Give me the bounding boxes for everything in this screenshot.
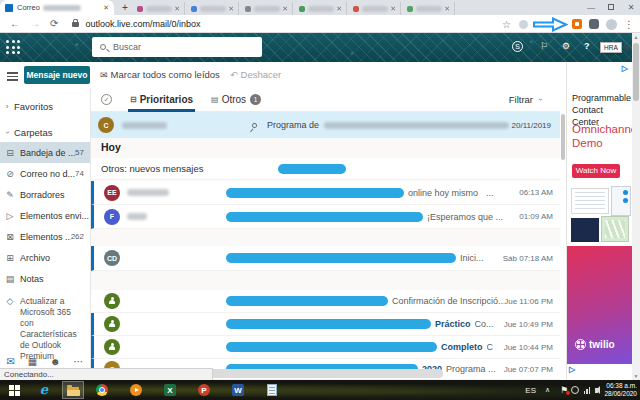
tray-app-icon[interactable]	[571, 380, 579, 400]
close-tab-icon[interactable]: ✕	[444, 5, 450, 13]
scroll-down-icon[interactable]: ▼	[632, 373, 640, 379]
start-button[interactable]	[8, 384, 20, 396]
mark-all-read-button[interactable]: ✉Marcar todos como leídos	[100, 69, 220, 80]
select-all-icon[interactable]: ✓	[101, 94, 112, 105]
close-tab-icon[interactable]: ✕	[103, 4, 109, 12]
tab-prioritarios[interactable]: ⊟ Prioritarios	[130, 88, 193, 112]
scrollbar-thumb[interactable]	[561, 114, 565, 160]
adchoices-icon[interactable]: ▷	[569, 365, 575, 374]
message-row[interactable]: EE online hoy mismo ... 06:13 AM	[91, 181, 561, 205]
whats-new-icon[interactable]: ⚐	[540, 41, 548, 51]
item-count: 262	[71, 232, 84, 241]
close-tab-icon[interactable]: ✕	[390, 5, 396, 13]
extensions-puzzle-icon[interactable]	[589, 19, 599, 29]
message-row[interactable]: F ¡Esperamos que ... 01:09 AM	[91, 205, 561, 229]
more-icon[interactable]: ⋯	[74, 356, 84, 367]
close-window-button[interactable]: ✕	[622, 0, 640, 15]
favorites-section[interactable]: › Favoritos	[0, 98, 90, 115]
sidebar-item-inbox[interactable]: ⊟ Bandeja de ... 57	[0, 142, 90, 163]
avatar: C	[98, 117, 114, 133]
new-message-button[interactable]: Mensaje nuevo	[24, 66, 90, 84]
twilio-gradient-block[interactable]: twilio	[567, 246, 633, 364]
annotation-arrow-icon	[532, 17, 568, 32]
help-icon[interactable]: ?	[584, 41, 590, 51]
folder-label: Correo no d...	[20, 169, 75, 179]
tab-favicon	[245, 6, 251, 12]
close-tab-icon[interactable]: ✕	[174, 5, 180, 13]
folders-section[interactable]: › Carpetas	[0, 124, 90, 141]
back-icon[interactable]: ←	[10, 18, 20, 29]
others-new-messages-row[interactable]: Otros: nuevos mensajes	[91, 158, 561, 180]
ad-screenshot	[611, 186, 631, 216]
adchoices-icon[interactable]: ▷	[622, 64, 628, 73]
sidebar-item-drafts[interactable]: ✎ Borradores	[0, 184, 90, 205]
people-icon[interactable]: ☻	[50, 356, 61, 367]
background-tab[interactable]: ✕	[133, 2, 185, 15]
sidebar-item-deleted[interactable]: ⊠ Elementos ... 262	[0, 226, 90, 247]
tray-clock[interactable]: 06:38 a.m. 28/06/2020	[593, 382, 637, 398]
tab-title: Correo	[17, 3, 40, 12]
upgrade-premium-link[interactable]: ◇ Actualizar a Microsoft 365 con Caracte…	[0, 296, 90, 362]
app-launcher-icon[interactable]	[6, 40, 20, 54]
taskbar-chrome[interactable]	[96, 384, 108, 396]
active-tab[interactable]: Correo ✕	[0, 0, 114, 15]
forward-icon[interactable]: →	[30, 18, 40, 29]
network-icon[interactable]	[584, 380, 592, 400]
mail-icon[interactable]: ✉	[6, 356, 14, 367]
taskbar-ie[interactable]: e	[38, 384, 50, 396]
taskbar-word[interactable]: W	[232, 384, 244, 396]
watch-now-button[interactable]: Watch Now	[572, 164, 620, 178]
redacted-tab-title	[254, 6, 280, 12]
pinned-message-row[interactable]: C Programa de 20/11/2019	[91, 112, 561, 138]
tray-chevron-icon[interactable]: ∧	[545, 380, 550, 400]
filter-button[interactable]: Filtrar ›	[509, 94, 547, 105]
action-center-flag-icon[interactable]: ⚑	[560, 380, 568, 400]
sidebar-item-junk[interactable]: ⊘ Correo no d... 74	[0, 163, 90, 184]
bookmark-star-icon[interactable]: ☆	[502, 19, 511, 30]
browser-menu-icon[interactable]: ⋮	[624, 19, 634, 30]
taskbar-explorer[interactable]	[67, 384, 79, 396]
background-tab[interactable]: ✕	[403, 2, 455, 15]
sidebar-item-notes[interactable]: ▤ Notas	[0, 268, 90, 289]
taskbar-notepad[interactable]	[266, 384, 278, 396]
background-tab[interactable]: ✕	[241, 2, 293, 15]
close-tab-icon[interactable]: ✕	[282, 5, 288, 13]
sidebar-item-sent[interactable]: ▷ Elementos envi...	[0, 205, 90, 226]
message-row[interactable]: Confirmación de Inscripció... Jue 11:06 …	[91, 290, 561, 313]
maximize-button[interactable]	[602, 0, 620, 15]
hamburger-menu-icon[interactable]	[7, 70, 18, 83]
message-row[interactable]: Práctico Co... Jue 10:49 PM	[91, 313, 561, 336]
close-tab-icon[interactable]: ✕	[228, 5, 234, 13]
profile-avatar[interactable]	[606, 19, 617, 30]
page-scrollbar[interactable]: ▲ ▼	[632, 33, 640, 380]
new-tab-button[interactable]: +	[119, 2, 131, 14]
extension-icon[interactable]	[519, 20, 528, 29]
browser-url-bar: ← → ⟳ outlook.live.com/mail/0/inbox ☆ ⋮	[0, 15, 640, 33]
background-tab[interactable]: ✕	[187, 2, 239, 15]
search-input[interactable]: Buscar	[92, 37, 262, 57]
tab-otros[interactable]: ▤ Otros 1	[211, 88, 261, 112]
language-indicator[interactable]: ES	[525, 380, 536, 400]
taskbar-media-player[interactable]	[130, 384, 142, 396]
background-tab[interactable]: ✕	[349, 2, 401, 15]
skype-icon[interactable]: S	[512, 41, 523, 52]
extension-icon[interactable]	[572, 19, 582, 29]
scroll-up-icon[interactable]: ▲	[632, 34, 640, 40]
settings-gear-icon[interactable]: ⚙	[562, 41, 570, 51]
message-row[interactable]: CD Inici... Sáb 07:18 AM	[91, 246, 561, 271]
calendar-icon[interactable]: ▦	[28, 356, 37, 367]
padlock-icon[interactable]	[72, 22, 79, 27]
message-row[interactable]: Completo C Jue 10:44 PM	[91, 336, 561, 359]
url-text[interactable]: outlook.live.com/mail/0/inbox	[85, 19, 200, 29]
undo-button[interactable]: ↶Deshacer	[230, 69, 281, 80]
minimize-button[interactable]: —	[582, 0, 600, 15]
folder-label: Elementos ...	[20, 232, 71, 242]
sidebar-item-archive[interactable]: ⊞ Archivo	[0, 247, 90, 268]
background-tab[interactable]: ✕	[295, 2, 347, 15]
taskbar-excel[interactable]: X	[164, 384, 176, 396]
taskbar-powerpoint[interactable]: P	[198, 384, 210, 396]
reload-icon[interactable]: ⟳	[50, 18, 58, 29]
close-tab-icon[interactable]: ✕	[336, 5, 342, 13]
tab-favicon	[407, 6, 413, 12]
scrollbar-thumb[interactable]	[633, 43, 639, 101]
